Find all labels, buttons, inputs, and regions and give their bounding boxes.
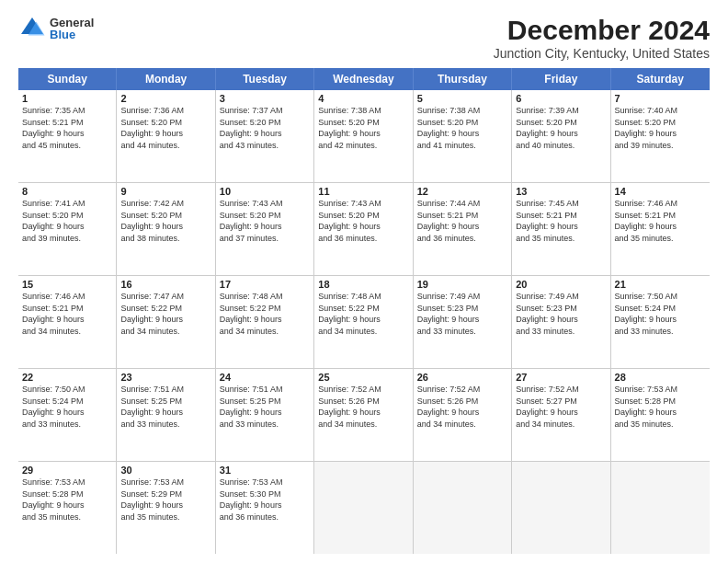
calendar-cell: 24Sunrise: 7:51 AMSunset: 5:25 PMDayligh…: [216, 369, 314, 461]
calendar-header-cell: Monday: [117, 68, 215, 90]
calendar-body: 1Sunrise: 7:35 AMSunset: 5:21 PMDaylight…: [18, 90, 710, 554]
logo-blue-text: Blue: [50, 29, 94, 40]
cell-text: Sunrise: 7:50 AMSunset: 5:24 PMDaylight:…: [22, 384, 112, 430]
day-number: 3: [220, 93, 310, 104]
day-number: 4: [318, 93, 408, 104]
day-number: 31: [220, 465, 310, 476]
logo-text: General Blue: [50, 17, 94, 40]
calendar-cell: 16Sunrise: 7:47 AMSunset: 5:22 PMDayligh…: [117, 276, 215, 368]
cell-text: Sunrise: 7:35 AMSunset: 5:21 PMDaylight:…: [22, 105, 112, 151]
cell-text: Sunrise: 7:38 AMSunset: 5:20 PMDaylight:…: [318, 105, 408, 151]
cell-text: Sunrise: 7:43 AMSunset: 5:20 PMDaylight:…: [220, 198, 310, 244]
calendar-cell: 31Sunrise: 7:53 AMSunset: 5:30 PMDayligh…: [216, 462, 314, 554]
day-number: 12: [417, 186, 507, 197]
calendar-cell: 4Sunrise: 7:38 AMSunset: 5:20 PMDaylight…: [314, 90, 413, 182]
calendar-cell: 30Sunrise: 7:53 AMSunset: 5:29 PMDayligh…: [117, 462, 215, 554]
day-number: 21: [615, 279, 706, 290]
cell-text: Sunrise: 7:52 AMSunset: 5:27 PMDaylight:…: [516, 384, 606, 430]
cell-text: Sunrise: 7:45 AMSunset: 5:21 PMDaylight:…: [516, 198, 606, 244]
calendar-cell: 19Sunrise: 7:49 AMSunset: 5:23 PMDayligh…: [414, 276, 512, 368]
day-number: 25: [318, 372, 408, 383]
header: General Blue December 2024 Junction City…: [18, 15, 710, 61]
calendar-cell: 11Sunrise: 7:43 AMSunset: 5:20 PMDayligh…: [314, 183, 413, 275]
cell-text: Sunrise: 7:38 AMSunset: 5:20 PMDaylight:…: [417, 105, 507, 151]
calendar-header-cell: Tuesday: [216, 68, 314, 90]
cell-text: Sunrise: 7:48 AMSunset: 5:22 PMDaylight:…: [318, 291, 408, 337]
calendar-header-cell: Saturday: [611, 68, 710, 90]
calendar-cell: 8Sunrise: 7:41 AMSunset: 5:20 PMDaylight…: [18, 183, 117, 275]
calendar-cell: 28Sunrise: 7:53 AMSunset: 5:28 PMDayligh…: [611, 369, 710, 461]
cell-text: Sunrise: 7:43 AMSunset: 5:20 PMDaylight:…: [318, 198, 408, 244]
day-number: 23: [120, 372, 210, 383]
calendar-cell: 5Sunrise: 7:38 AMSunset: 5:20 PMDaylight…: [414, 90, 512, 182]
calendar-cell: 2Sunrise: 7:36 AMSunset: 5:20 PMDaylight…: [117, 90, 215, 182]
day-number: 5: [417, 93, 507, 104]
subtitle: Junction City, Kentucky, United States: [494, 46, 710, 61]
cell-text: Sunrise: 7:52 AMSunset: 5:26 PMDaylight:…: [417, 384, 507, 430]
title-block: December 2024 Junction City, Kentucky, U…: [494, 15, 710, 61]
calendar-header: SundayMondayTuesdayWednesdayThursdayFrid…: [18, 68, 710, 90]
calendar-cell: [512, 462, 610, 554]
logo: General Blue: [18, 15, 94, 42]
day-number: 27: [516, 372, 606, 383]
calendar-cell: 3Sunrise: 7:37 AMSunset: 5:20 PMDaylight…: [216, 90, 314, 182]
calendar-cell: 18Sunrise: 7:48 AMSunset: 5:22 PMDayligh…: [314, 276, 413, 368]
calendar-cell: 22Sunrise: 7:50 AMSunset: 5:24 PMDayligh…: [18, 369, 117, 461]
cell-text: Sunrise: 7:52 AMSunset: 5:26 PMDaylight:…: [318, 384, 408, 430]
calendar-cell: 27Sunrise: 7:52 AMSunset: 5:27 PMDayligh…: [512, 369, 610, 461]
calendar-cell: 7Sunrise: 7:40 AMSunset: 5:20 PMDaylight…: [611, 90, 710, 182]
day-number: 8: [22, 186, 112, 197]
calendar-cell: 21Sunrise: 7:50 AMSunset: 5:24 PMDayligh…: [611, 276, 710, 368]
cell-text: Sunrise: 7:48 AMSunset: 5:22 PMDaylight:…: [220, 291, 310, 337]
calendar-cell: 12Sunrise: 7:44 AMSunset: 5:21 PMDayligh…: [414, 183, 512, 275]
calendar-cell: 14Sunrise: 7:46 AMSunset: 5:21 PMDayligh…: [611, 183, 710, 275]
cell-text: Sunrise: 7:46 AMSunset: 5:21 PMDaylight:…: [22, 291, 112, 337]
calendar-row: 8Sunrise: 7:41 AMSunset: 5:20 PMDaylight…: [18, 183, 710, 276]
day-number: 13: [516, 186, 606, 197]
cell-text: Sunrise: 7:53 AMSunset: 5:29 PMDaylight:…: [120, 477, 210, 523]
cell-text: Sunrise: 7:36 AMSunset: 5:20 PMDaylight:…: [120, 105, 210, 151]
day-number: 29: [22, 465, 112, 476]
calendar-cell: 9Sunrise: 7:42 AMSunset: 5:20 PMDaylight…: [117, 183, 215, 275]
calendar-cell: 10Sunrise: 7:43 AMSunset: 5:20 PMDayligh…: [216, 183, 314, 275]
cell-text: Sunrise: 7:50 AMSunset: 5:24 PMDaylight:…: [615, 291, 706, 337]
calendar-row: 22Sunrise: 7:50 AMSunset: 5:24 PMDayligh…: [18, 369, 710, 462]
calendar-cell: 25Sunrise: 7:52 AMSunset: 5:26 PMDayligh…: [314, 369, 413, 461]
day-number: 10: [220, 186, 310, 197]
calendar-header-cell: Wednesday: [314, 68, 413, 90]
day-number: 19: [417, 279, 507, 290]
calendar-cell: 15Sunrise: 7:46 AMSunset: 5:21 PMDayligh…: [18, 276, 117, 368]
cell-text: Sunrise: 7:51 AMSunset: 5:25 PMDaylight:…: [220, 384, 310, 430]
day-number: 14: [615, 186, 706, 197]
cell-text: Sunrise: 7:46 AMSunset: 5:21 PMDaylight:…: [615, 198, 706, 244]
calendar-cell: 17Sunrise: 7:48 AMSunset: 5:22 PMDayligh…: [216, 276, 314, 368]
calendar-header-cell: Friday: [512, 68, 610, 90]
logo-icon: [18, 15, 46, 42]
page: General Blue December 2024 Junction City…: [0, 0, 728, 563]
calendar-row: 15Sunrise: 7:46 AMSunset: 5:21 PMDayligh…: [18, 276, 710, 369]
calendar-cell: 6Sunrise: 7:39 AMSunset: 5:20 PMDaylight…: [512, 90, 610, 182]
day-number: 1: [22, 93, 112, 104]
day-number: 26: [417, 372, 507, 383]
day-number: 16: [120, 279, 210, 290]
day-number: 24: [220, 372, 310, 383]
cell-text: Sunrise: 7:53 AMSunset: 5:28 PMDaylight:…: [22, 477, 112, 523]
day-number: 18: [318, 279, 408, 290]
calendar-cell: 1Sunrise: 7:35 AMSunset: 5:21 PMDaylight…: [18, 90, 117, 182]
cell-text: Sunrise: 7:42 AMSunset: 5:20 PMDaylight:…: [120, 198, 210, 244]
calendar-cell: [611, 462, 710, 554]
cell-text: Sunrise: 7:47 AMSunset: 5:22 PMDaylight:…: [120, 291, 210, 337]
cell-text: Sunrise: 7:44 AMSunset: 5:21 PMDaylight:…: [417, 198, 507, 244]
cell-text: Sunrise: 7:37 AMSunset: 5:20 PMDaylight:…: [220, 105, 310, 151]
calendar-cell: 20Sunrise: 7:49 AMSunset: 5:23 PMDayligh…: [512, 276, 610, 368]
calendar-row: 1Sunrise: 7:35 AMSunset: 5:21 PMDaylight…: [18, 90, 710, 183]
day-number: 9: [120, 186, 210, 197]
calendar-cell: [314, 462, 413, 554]
calendar-header-cell: Sunday: [18, 68, 117, 90]
day-number: 17: [220, 279, 310, 290]
cell-text: Sunrise: 7:40 AMSunset: 5:20 PMDaylight:…: [615, 105, 706, 151]
day-number: 22: [22, 372, 112, 383]
day-number: 28: [615, 372, 706, 383]
cell-text: Sunrise: 7:53 AMSunset: 5:30 PMDaylight:…: [220, 477, 310, 523]
day-number: 6: [516, 93, 606, 104]
